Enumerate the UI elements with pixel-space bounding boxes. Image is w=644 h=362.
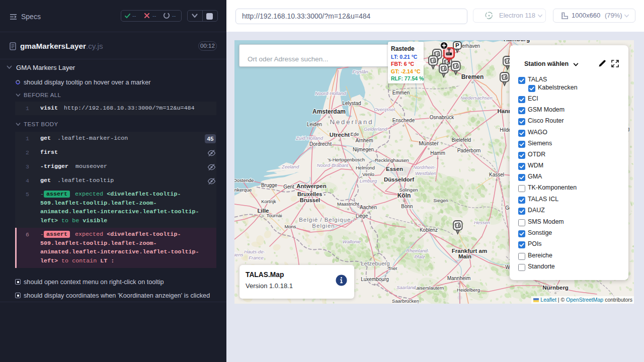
svg-text:Leiden: Leiden: [307, 122, 322, 127]
svg-text:Rheinland-: Rheinland-: [406, 248, 429, 253]
svg-text:Bielefeld: Bielefeld: [452, 137, 471, 143]
svg-text:Koblenz: Koblenz: [420, 227, 438, 233]
svg-text:Gent: Gent: [283, 184, 294, 190]
svg-text:Belgien: Belgien: [312, 223, 335, 229]
svg-text:Main: Main: [458, 253, 471, 259]
svg-text:Kassel: Kassel: [489, 172, 504, 177]
svg-text:Amsterdam: Amsterdam: [312, 108, 346, 115]
svg-text:Noord-Holland: Noord-Holland: [315, 90, 346, 96]
svg-text:Osnabrück: Osnabrück: [430, 115, 454, 120]
svg-text:iens: iens: [234, 252, 244, 257]
svg-text:Enschede: Enschede: [392, 118, 415, 123]
svg-text:Utrecht: Utrecht: [330, 132, 350, 138]
svg-text:Münster: Münster: [419, 140, 439, 146]
svg-text:France: France: [249, 255, 264, 260]
svg-text:Paderborn: Paderborn: [457, 148, 481, 153]
svg-text:'s-Hertogenbosch: 's-Hertogenbosch: [328, 157, 365, 162]
svg-text:Brussel: Brussel: [300, 197, 320, 203]
svg-text:Aachen: Aachen: [360, 205, 377, 210]
svg-text:Limburg: Limburg: [360, 178, 377, 184]
svg-text:Zuid-Holland: Zuid-Holland: [295, 135, 324, 141]
svg-text:Letzebuerg: Letzebuerg: [361, 260, 390, 266]
svg-text:Nürnberg: Nürnberg: [542, 285, 569, 291]
svg-text:Bonn: Bonn: [401, 204, 413, 209]
svg-text:Helmond: Helmond: [356, 165, 375, 170]
svg-text:Pfalz: Pfalz: [414, 254, 425, 259]
svg-text:Saarland: Saarland: [396, 285, 416, 290]
svg-text:Kortrijk: Kortrijk: [261, 199, 276, 204]
svg-text:Tournai: Tournai: [266, 213, 282, 218]
svg-text:Gelderland: Gelderland: [364, 126, 387, 132]
svg-text:Nijmegen: Nijmegen: [353, 147, 374, 152]
svg-text:Dordrecht: Dordrecht: [309, 141, 332, 147]
svg-text:Mannheim: Mannheim: [447, 276, 471, 281]
svg-text:Recklinghausen: Recklinghausen: [375, 157, 409, 163]
svg-text:Lelystad: Lelystad: [342, 101, 361, 106]
svg-text:Venlo: Venlo: [362, 171, 374, 177]
svg-text:Nordrhein-: Nordrhein-: [414, 164, 436, 170]
svg-text:P: P: [455, 42, 459, 48]
svg-text:Overijssel: Overijssel: [374, 107, 395, 112]
svg-text:Antwerpen: Antwerpen: [296, 183, 326, 189]
svg-text:Arnhem: Arnhem: [355, 138, 373, 143]
svg-text:erhaven: erhaven: [462, 43, 480, 49]
svg-text:Fryslân: Fryslân: [352, 69, 368, 74]
svg-text:Oostende: Oostende: [234, 177, 254, 183]
svg-text:Düsseldorf: Düsseldorf: [384, 176, 414, 183]
svg-text:Mons: Mons: [284, 224, 296, 229]
svg-text:Nederland: Nederland: [330, 118, 374, 126]
svg-text:Hauts-de-: Hauts-de-: [244, 249, 265, 254]
svg-text:Zeeland: Zeeland: [281, 164, 299, 169]
svg-text:Niedersachsen: Niedersachsen: [460, 95, 492, 101]
svg-text:België / Belgique /: België / Belgique /: [299, 217, 355, 223]
svg-text:Ede: Ede: [351, 131, 359, 137]
svg-text:Noord-Brabant: Noord-Brabant: [317, 162, 349, 168]
svg-text:Hamm: Hamm: [430, 150, 445, 156]
svg-text:nkerque: nkerque: [234, 187, 252, 193]
svg-text:Emmen: Emmen: [392, 90, 410, 96]
svg-text:Luxembourg: Luxembourg: [361, 277, 389, 282]
svg-text:Kaiserslautern: Kaiserslautern: [414, 285, 444, 291]
svg-text:Brugge: Brugge: [261, 183, 278, 188]
svg-text:Köln: Köln: [397, 192, 411, 199]
svg-text:Westfalen: Westfalen: [415, 170, 436, 176]
svg-text:Bremen: Bremen: [461, 73, 484, 80]
svg-text:Siegen: Siegen: [433, 198, 448, 203]
svg-text:Maastricht: Maastricht: [337, 201, 359, 207]
svg-text:Saarbrücken: Saarbrücken: [392, 298, 419, 304]
svg-text:Wallonie: Wallonie: [343, 239, 361, 244]
svg-text:Heidelberg: Heidelberg: [457, 287, 480, 293]
svg-text:Hamburg: Hamburg: [504, 40, 530, 43]
svg-text:Liège: Liège: [356, 213, 368, 219]
svg-text:Hessen: Hessen: [474, 220, 490, 225]
svg-text:Solingen: Solingen: [399, 187, 418, 193]
svg-text:Essen: Essen: [386, 166, 403, 172]
svg-text:Bruxelles -: Bruxelles -: [297, 191, 326, 197]
